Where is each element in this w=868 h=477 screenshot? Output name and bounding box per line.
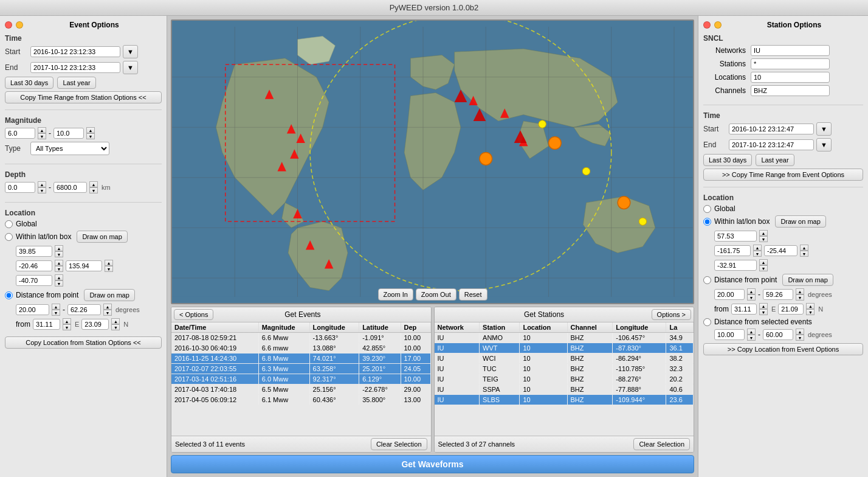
right-close-btn[interactable] (703, 21, 711, 29)
table-row[interactable]: 2016-11-25 14:24:30 6.8 Mww 74.021° 39.2… (171, 353, 430, 364)
r-lon-right-up[interactable]: ▲ (800, 245, 808, 251)
right-lon-right[interactable] (764, 245, 797, 256)
lon-from-down[interactable]: ▼ (111, 324, 120, 330)
right-min-btn[interactable] (714, 21, 722, 29)
r-lat-bot-up[interactable]: ▲ (759, 259, 768, 265)
table-row[interactable]: IU TEIG 10 BHZ -88.276° 20.2 (435, 374, 694, 385)
copy-location-btn[interactable]: Copy Location from Station Options << (5, 336, 162, 349)
dist-min-down[interactable]: ▼ (52, 310, 60, 316)
table-row[interactable]: IU ANMO 10 BHZ -106.457° 34.9 (435, 333, 694, 343)
last30-btn[interactable]: Last 30 days (5, 77, 53, 89)
end-input[interactable] (30, 62, 120, 73)
table-row[interactable]: IU SLBS 10 BHZ -109.944° 23.6 (435, 395, 694, 405)
mag-max-down[interactable]: ▼ (86, 133, 95, 139)
table-row[interactable]: IU SSPA 10 BHZ -77.888° 40.6 (435, 385, 694, 395)
zoom-in-btn[interactable]: Zoom In (377, 288, 413, 301)
mag-min-down[interactable]: ▼ (38, 133, 46, 139)
draw-map-btn2[interactable]: Draw on map (84, 289, 134, 301)
lon1-up[interactable]: ▲ (55, 260, 63, 266)
stations-clear-btn[interactable]: Clear Selection (633, 438, 690, 450)
r-lon-left-down[interactable]: ▼ (753, 251, 762, 257)
r-dist-ev-min-up[interactable]: ▲ (747, 329, 756, 335)
dist-min-up[interactable]: ▲ (52, 304, 60, 310)
lastyear-btn[interactable]: Last year (57, 77, 95, 89)
lat-from-up[interactable]: ▲ (63, 318, 71, 324)
start-input[interactable] (30, 46, 120, 57)
r-lat-top-up[interactable]: ▲ (759, 230, 768, 236)
r-lon-left-up[interactable]: ▲ (753, 245, 762, 251)
r-dist-ev-min-down[interactable]: ▼ (747, 335, 756, 341)
r-lon-right-down[interactable]: ▼ (800, 251, 808, 257)
r-dist-ev-max-up[interactable]: ▲ (796, 329, 804, 335)
channels-input[interactable] (751, 85, 830, 96)
draw-map-btn[interactable]: Draw on map (77, 231, 127, 243)
right-lon-left[interactable] (714, 245, 751, 256)
lat2-input[interactable] (16, 275, 52, 286)
right-start-input[interactable] (729, 124, 814, 134)
r-lat-bot-down[interactable]: ▼ (759, 265, 768, 271)
depth-min-down[interactable]: ▼ (38, 187, 46, 193)
r-dist-max-up[interactable]: ▲ (796, 288, 804, 294)
r-dist-min-up[interactable]: ▲ (747, 288, 756, 294)
table-row[interactable]: 2017-04-03 17:40:18 6.5 Mww 25.156° -22.… (171, 385, 430, 395)
table-row[interactable]: IU WVT 10 BHZ -87.830° 36.1 (435, 343, 694, 353)
right-end-input[interactable] (729, 139, 814, 150)
right-dist-events-radio[interactable] (703, 318, 711, 326)
reset-btn[interactable]: Reset (459, 288, 487, 301)
depth-max-up[interactable]: ▲ (89, 181, 98, 187)
mag-min-up[interactable]: ▲ (38, 127, 46, 133)
right-lat-bottom[interactable] (714, 260, 757, 271)
right-draw-map-btn[interactable]: Draw on map (775, 215, 825, 228)
r-dist-min-down[interactable]: ▼ (747, 294, 756, 301)
right-lon-from[interactable] (778, 304, 804, 315)
locations-input[interactable] (751, 72, 830, 83)
mag-max-up[interactable]: ▲ (86, 127, 95, 133)
right-dist-events-min[interactable] (714, 329, 745, 340)
right-lastyear-btn[interactable]: Last year (756, 154, 794, 166)
right-dist-events-max[interactable] (763, 329, 793, 340)
right-lat-top[interactable] (714, 231, 757, 242)
global-radio[interactable] (5, 220, 13, 228)
events-options-btn[interactable]: < Options (174, 309, 213, 320)
right-last30-btn[interactable]: Last 30 days (703, 154, 752, 166)
right-end-dropdown[interactable]: ▼ (816, 138, 832, 151)
events-clear-btn[interactable]: Clear Selection (371, 438, 427, 450)
lat-from-input[interactable] (33, 319, 60, 330)
networks-input[interactable] (751, 45, 830, 56)
lat2-up[interactable]: ▲ (55, 274, 63, 280)
right-dist-point-radio[interactable] (703, 276, 711, 284)
lon1-down[interactable]: ▼ (55, 266, 63, 272)
right-lat-from[interactable] (731, 304, 757, 315)
r-lon-from-down[interactable]: ▼ (806, 309, 815, 315)
lat1-down[interactable]: ▼ (55, 251, 63, 257)
right-dist-max[interactable] (763, 289, 793, 300)
lon-from-input[interactable] (81, 319, 109, 330)
mag-min-input[interactable] (5, 128, 35, 139)
r-lat-from-up[interactable]: ▲ (759, 303, 768, 309)
left-min-btn[interactable] (16, 21, 23, 29)
dist-point-radio[interactable] (5, 291, 13, 299)
right-copy-time-btn[interactable]: >> Copy Time Range from Event Options (703, 169, 863, 181)
left-close-btn[interactable] (5, 21, 12, 29)
right-dist-min[interactable] (714, 289, 745, 300)
copy-time-btn[interactable]: Copy Time Range from Station Options << (5, 91, 162, 103)
table-row[interactable]: 2017-04-05 06:09:12 6.1 Mww 60.436° 35.8… (171, 395, 430, 405)
end-dropdown-btn[interactable]: ▼ (123, 61, 138, 74)
table-row[interactable]: 2017-08-18 02:59:21 6.6 Mww -13.663° -1.… (171, 333, 430, 343)
r-dist-max-down[interactable]: ▼ (796, 294, 804, 301)
depth-max-down[interactable]: ▼ (89, 187, 98, 193)
lat-from-down[interactable]: ▼ (63, 324, 71, 330)
stations-options-btn[interactable]: Options > (652, 309, 691, 320)
right-start-dropdown[interactable]: ▼ (816, 122, 832, 136)
stations-input[interactable] (751, 58, 830, 69)
lat2-down[interactable]: ▼ (55, 280, 63, 287)
right-within-latlon-radio[interactable] (703, 218, 711, 226)
type-select[interactable]: All Types (30, 142, 109, 155)
depth-min-input[interactable] (5, 182, 35, 193)
right-copy-location-btn[interactable]: >> Copy Location from Event Options (703, 343, 863, 355)
table-row[interactable]: IU TUC 10 BHZ -110.785° 32.3 (435, 364, 694, 374)
zoom-out-btn[interactable]: Zoom Out (416, 288, 456, 301)
lon-from-up[interactable]: ▲ (111, 318, 120, 324)
table-row[interactable]: 2016-10-30 06:40:19 6.6 mww 13.088° 42.8… (171, 343, 430, 353)
mag-max-input[interactable] (53, 128, 84, 139)
